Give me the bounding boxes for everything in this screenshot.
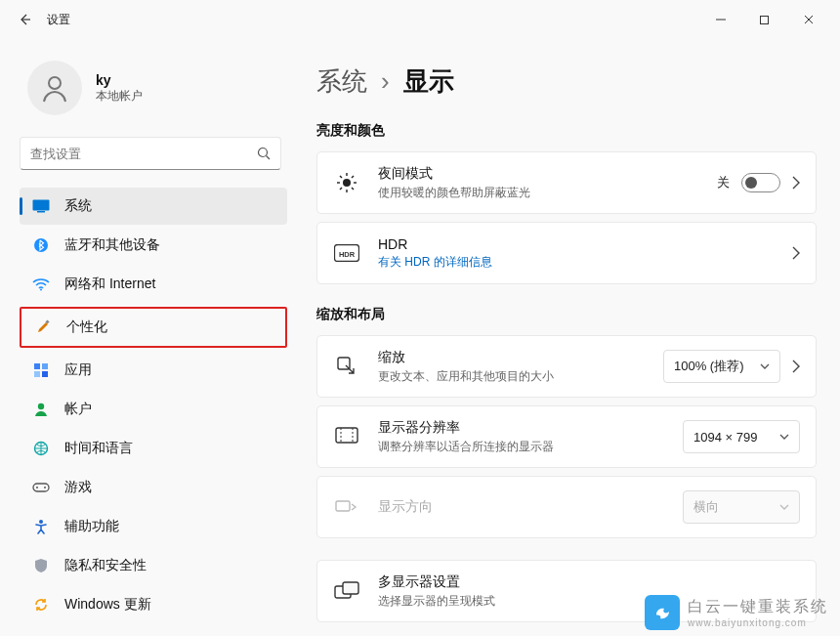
wifi-icon — [31, 275, 51, 294]
svg-rect-9 — [37, 211, 45, 213]
night-icon — [333, 169, 360, 196]
svg-point-20 — [36, 487, 38, 488]
watermark-line1: 白云一键重装系统 — [688, 597, 828, 617]
card-resolution[interactable]: 显示器分辨率 调整分辨率以适合所连接的显示器 1094 × 799 — [316, 405, 817, 468]
nav-label: 系统 — [64, 197, 92, 215]
hdr-link[interactable]: 有关 HDR 的详细信息 — [378, 254, 792, 271]
chevron-right-icon — [792, 360, 800, 373]
nav-network[interactable]: 网络和 Internet — [20, 266, 287, 303]
scale-value: 100% (推荐) — [674, 358, 744, 375]
resolution-select[interactable]: 1094 × 799 — [683, 420, 800, 453]
svg-line-29 — [352, 188, 354, 190]
maximize-button[interactable] — [742, 5, 786, 34]
close-icon — [803, 14, 815, 25]
svg-rect-19 — [33, 484, 49, 491]
svg-point-11 — [40, 289, 42, 291]
svg-rect-13 — [34, 363, 40, 369]
search-input[interactable] — [30, 147, 257, 161]
clock-globe-icon — [31, 439, 51, 458]
nav-personalization[interactable]: 个性化 — [21, 309, 285, 346]
orientation-value: 横向 — [693, 498, 719, 516]
back-button[interactable] — [10, 5, 39, 34]
chevron-right-icon: › — [381, 66, 390, 97]
multi-display-icon — [333, 577, 360, 605]
nav-accessibility[interactable]: 辅助功能 — [20, 508, 287, 545]
breadcrumb-root[interactable]: 系统 — [316, 64, 367, 99]
svg-rect-35 — [336, 428, 357, 443]
svg-point-23 — [343, 179, 351, 187]
close-button[interactable] — [786, 5, 830, 34]
scale-icon — [333, 353, 360, 380]
sidebar: ky 本地帐户 系统 蓝牙和其他设备 — [0, 39, 293, 636]
svg-rect-40 — [343, 582, 358, 594]
svg-rect-2 — [761, 16, 769, 23]
nav-label: 隐私和安全性 — [64, 557, 147, 574]
nav-accounts[interactable]: 帐户 — [20, 391, 287, 428]
nav-gaming[interactable]: 游戏 — [20, 469, 287, 506]
chevron-down-icon — [779, 434, 789, 440]
nav-label: Windows 更新 — [64, 596, 151, 614]
resolution-icon — [333, 423, 360, 450]
nav-label: 个性化 — [66, 318, 107, 336]
svg-point-6 — [259, 148, 268, 157]
orientation-icon — [333, 493, 360, 521]
nav-privacy[interactable]: 隐私和安全性 — [20, 547, 287, 584]
night-title: 夜间模式 — [378, 165, 717, 183]
apps-icon — [31, 360, 51, 380]
scale-select[interactable]: 100% (推荐) — [663, 350, 780, 383]
accessibility-icon — [31, 517, 51, 536]
card-night-mode[interactable]: 夜间模式 使用较暖的颜色帮助屏蔽蓝光 关 — [316, 151, 817, 214]
content-area: 系统 › 显示 亮度和颜色 夜间模式 使用较暖的颜色帮助屏蔽蓝光 关 — [293, 39, 840, 636]
svg-text:HDR: HDR — [339, 250, 356, 259]
avatar — [27, 61, 82, 115]
svg-point-22 — [39, 520, 43, 524]
night-toggle[interactable] — [741, 173, 780, 192]
svg-rect-38 — [336, 501, 350, 511]
brush-icon — [33, 318, 53, 337]
watermark-logo-icon — [645, 595, 680, 630]
card-scale[interactable]: 缩放 更改文本、应用和其他项目的大小 100% (推荐) — [316, 335, 817, 398]
bluetooth-icon — [31, 235, 51, 255]
window-title: 设置 — [47, 12, 70, 28]
monitor-icon — [31, 196, 51, 216]
nav-bluetooth[interactable]: 蓝牙和其他设备 — [20, 227, 287, 264]
nav-apps[interactable]: 应用 — [20, 352, 287, 389]
night-state: 关 — [717, 174, 730, 191]
svg-rect-16 — [42, 371, 48, 377]
update-icon — [31, 595, 51, 615]
nav-list: 系统 蓝牙和其他设备 网络和 Internet 个性化 — [20, 188, 287, 623]
chevron-down-icon — [760, 363, 770, 369]
nav-system[interactable]: 系统 — [20, 188, 287, 225]
profile-block[interactable]: ky 本地帐户 — [20, 49, 287, 133]
svg-point-5 — [49, 77, 61, 89]
card-hdr[interactable]: HDR HDR 有关 HDR 的详细信息 — [316, 222, 817, 284]
nav-label: 网络和 Internet — [64, 276, 155, 293]
resolution-sub: 调整分辨率以适合所连接的显示器 — [378, 439, 683, 455]
nav-label: 帐户 — [64, 401, 92, 418]
nav-label: 游戏 — [64, 479, 92, 496]
breadcrumb-leaf: 显示 — [403, 64, 454, 99]
scale-title: 缩放 — [378, 349, 663, 366]
svg-line-7 — [267, 156, 271, 160]
card-orientation: 显示方向 横向 — [316, 476, 817, 538]
profile-subtitle: 本地帐户 — [96, 88, 143, 105]
profile-name: ky — [96, 72, 143, 88]
nav-time[interactable]: 时间和语言 — [20, 430, 287, 467]
watermark-line2: www.baiyunxitong.com — [688, 617, 828, 628]
search-icon — [257, 147, 271, 160]
hdr-title: HDR — [378, 236, 792, 252]
svg-rect-14 — [42, 363, 48, 369]
nav-label: 应用 — [64, 361, 92, 379]
search-box[interactable] — [20, 137, 281, 170]
minimize-button[interactable] — [698, 5, 742, 34]
svg-line-28 — [340, 176, 342, 178]
resolution-value: 1094 × 799 — [693, 430, 757, 445]
svg-line-31 — [340, 188, 342, 190]
nav-update[interactable]: Windows 更新 — [20, 586, 287, 623]
svg-rect-8 — [33, 200, 50, 211]
orientation-select: 横向 — [683, 490, 800, 524]
back-icon — [17, 12, 32, 27]
multi-title: 多显示器设置 — [378, 573, 800, 591]
shield-icon — [31, 556, 51, 575]
gamepad-icon — [31, 478, 51, 497]
